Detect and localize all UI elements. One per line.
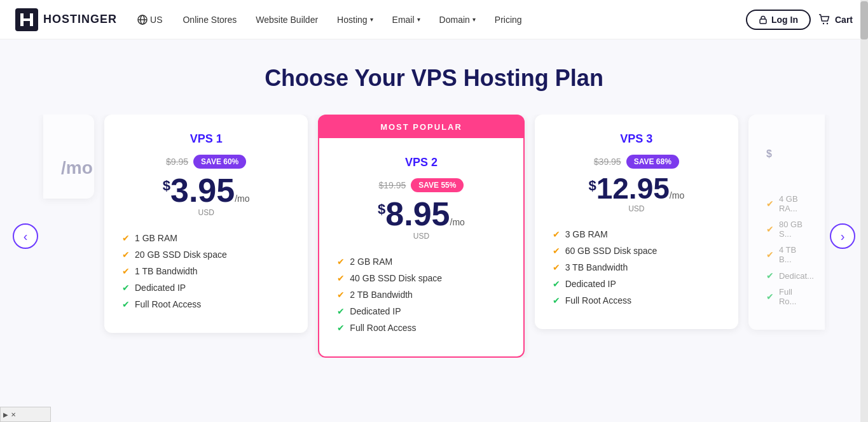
check-icon: ✔ (553, 279, 560, 289)
lock-icon (759, 15, 768, 24)
scrollbar[interactable] (860, 0, 868, 396)
plan-card-partial-left: /mo (43, 115, 94, 199)
feature-vps3-3: ✔Dedicated IP (553, 276, 720, 292)
plan-name-vps2: VPS 2 (337, 156, 505, 169)
plan-name-vps3: VPS 3 (553, 132, 720, 146)
plans-carousel: ‹ /mo VPS 1 $9.95 SAVE 60% $3.95/mo (13, 115, 855, 358)
check-icon: ✔ (553, 246, 560, 256)
feature-vps2-2: ✔2 TB Bandwidth (337, 286, 505, 303)
currency-vps2: USD (337, 232, 505, 241)
most-popular-banner: MOST POPULAR (319, 116, 523, 138)
cart-button[interactable]: Cart (818, 13, 853, 26)
cart-icon (818, 13, 831, 26)
old-price-vps1: $9.95 (166, 157, 188, 167)
domain-chevron: ▾ (472, 16, 476, 23)
check-icon: ✔ (337, 323, 345, 333)
check-icon: ✔ (122, 299, 130, 309)
price-display-vps2: $8.95/mo (337, 197, 505, 230)
price-display-vps1: $3.95/mo (122, 174, 290, 207)
svg-rect-4 (760, 19, 766, 24)
check-icon: ✔ (122, 250, 130, 260)
save-badge-vps2: SAVE 55% (411, 178, 464, 192)
check-icon: ✔ (766, 250, 774, 260)
nav-domain[interactable]: Domain ▾ (432, 10, 483, 30)
features-vps2: ✔2 GB RAM ✔40 GB SSD Disk space ✔2 TB Ba… (337, 253, 505, 336)
logo-text: HOSTINGER (43, 13, 117, 26)
check-icon: ✔ (337, 306, 345, 316)
dollar-vps3: $ (588, 179, 596, 193)
features-vps1: ✔1 GB RAM ✔20 GB SSD Disk space ✔1 TB Ba… (122, 230, 290, 313)
nav-hosting[interactable]: Hosting ▾ (329, 10, 380, 30)
feature-vps1-3: ✔Dedicated IP (122, 279, 290, 296)
feature-vps3-4: ✔Full Root Access (553, 292, 720, 309)
nav-right: Log In Cart (746, 10, 853, 30)
cards-viewport: /mo VPS 1 $9.95 SAVE 60% $3.95/mo USD ✔1… (38, 115, 830, 358)
main-content: Choose Your VPS Hosting Plan ‹ /mo VPS 1… (0, 39, 868, 396)
feature-vps3-1: ✔60 GB SSD Disk space (553, 243, 720, 259)
check-icon: ✔ (337, 257, 345, 267)
globe-icon (137, 15, 148, 25)
feature-vps1-1: ✔20 GB SSD Disk space (122, 246, 290, 263)
feature-vps2-0: ✔2 GB RAM (337, 253, 505, 270)
logo-icon (15, 8, 38, 31)
feature-vps2-4: ✔Full Root Access (337, 320, 505, 336)
check-icon: ✔ (553, 295, 560, 306)
svg-point-5 (823, 22, 824, 24)
check-icon: ✔ (122, 233, 130, 243)
price-row-vps1: $9.95 SAVE 60% (122, 155, 290, 169)
currency-vps1: USD (122, 208, 290, 217)
feature-vps3-2: ✔3 TB Bandwidth (553, 259, 720, 276)
nav-pricing[interactable]: Pricing (487, 10, 530, 30)
features-vps3: ✔3 GB RAM ✔60 GB SSD Disk space ✔3 TB Ba… (553, 226, 720, 309)
nav-email[interactable]: Email ▾ (385, 10, 428, 30)
plan-name-vps1: VPS 1 (122, 132, 290, 146)
save-badge-vps3: SAVE 68% (626, 155, 679, 169)
hosting-chevron: ▾ (370, 16, 373, 23)
check-icon: ✔ (553, 229, 560, 239)
cards-container: /mo VPS 1 $9.95 SAVE 60% $3.95/mo USD ✔1… (38, 115, 830, 358)
locale-label: US (150, 15, 162, 25)
feature-vps2-3: ✔Dedicated IP (337, 303, 505, 320)
check-icon: ✔ (766, 271, 774, 281)
email-chevron: ▾ (417, 16, 420, 23)
permonth-vps2: /mo (450, 217, 465, 227)
locale-selector[interactable]: US (137, 15, 162, 25)
navbar: HOSTINGER US Online Stores Website Build… (0, 0, 868, 39)
permonth-vps1: /mo (235, 193, 249, 204)
save-badge-vps1: SAVE 60% (193, 155, 246, 169)
nav-website-builder[interactable]: Website Builder (248, 10, 326, 30)
nav-links: Online Stores Website Builder Hosting ▾ … (175, 10, 746, 30)
dollar-vps2: $ (378, 202, 385, 216)
plan-card-vps3: VPS 3 $39.95 SAVE 68% $12.95/mo USD ✔3 G… (535, 115, 738, 329)
check-icon: ✔ (122, 283, 130, 293)
scrollbar-thumb[interactable] (860, 1, 868, 39)
check-icon: ✔ (553, 262, 560, 272)
check-icon: ✔ (337, 290, 345, 300)
old-price-vps3: $39.95 (594, 157, 621, 167)
dollar-vps1: $ (163, 179, 170, 193)
login-button[interactable]: Log In (746, 10, 811, 30)
price-row-vps2: $19.95 SAVE 55% (337, 178, 505, 192)
price-display-vps3: $12.95/mo (553, 174, 720, 203)
amount-vps3: 12.95 (596, 172, 670, 205)
feature-vps1-0: ✔1 GB RAM (122, 230, 290, 246)
next-arrow[interactable]: › (830, 223, 855, 249)
check-icon: ✔ (122, 266, 130, 276)
currency-vps3: USD (553, 204, 720, 213)
prev-arrow[interactable]: ‹ (13, 223, 38, 249)
price-row-vps3: $39.95 SAVE 68% (553, 155, 720, 169)
check-icon: ✔ (337, 273, 345, 283)
logo-area[interactable]: HOSTINGER (15, 8, 117, 31)
permonth-vps3: /mo (670, 190, 684, 200)
page-title: Choose Your VPS Hosting Plan (13, 65, 855, 92)
plan-card-vps2: MOST POPULAR VPS 2 $19.95 SAVE 55% $8.95… (318, 115, 524, 358)
nav-online-stores[interactable]: Online Stores (175, 10, 244, 30)
check-icon: ✔ (766, 199, 774, 209)
check-icon: ✔ (766, 292, 774, 302)
amount-vps2: 8.95 (385, 195, 450, 232)
old-price-vps2: $19.95 (379, 180, 406, 190)
check-icon: ✔ (766, 224, 774, 234)
plan-card-partial-right: $ ✔4 GB RA... ✔80 GB S... ✔4 TB B... ✔De… (748, 115, 825, 330)
feature-vps2-1: ✔40 GB SSD Disk space (337, 270, 505, 286)
feature-vps1-4: ✔Full Root Access (122, 296, 290, 313)
